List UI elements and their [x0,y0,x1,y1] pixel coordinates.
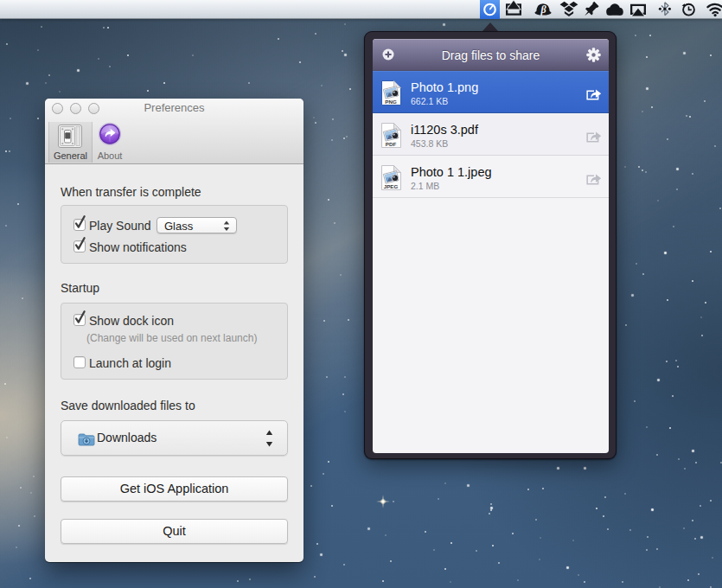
svg-text:PDF: PDF [386,141,397,147]
svg-text:PNG: PNG [385,99,397,105]
svg-text:JPEG: JPEG [384,183,399,189]
svg-text:β: β [540,3,546,16]
